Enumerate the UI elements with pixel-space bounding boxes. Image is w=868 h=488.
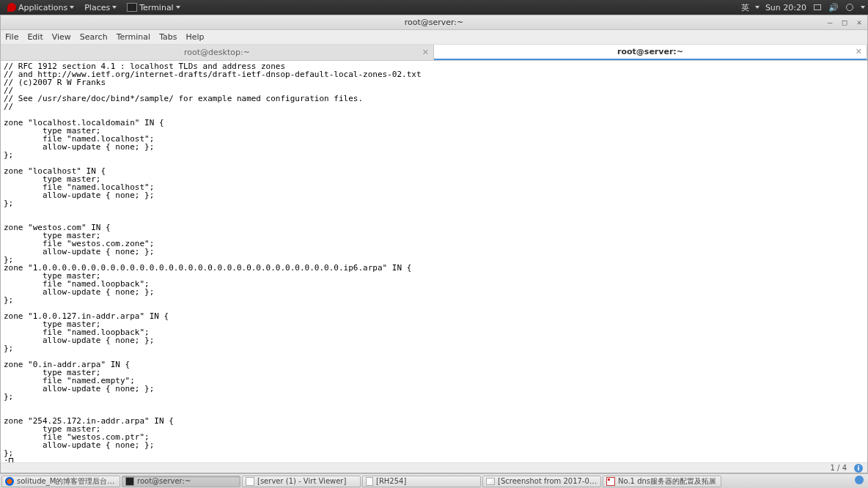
taskbar-label: [Screenshot from 2017-05-06 1... [498, 477, 597, 485]
chevron-down-icon [112, 6, 117, 9]
close-icon[interactable]: ✕ [856, 47, 862, 56]
pdf-icon [606, 477, 615, 486]
statusbar: 1 / 4 i [1, 462, 867, 473]
tab-bar: root@desktop:~ ✕ root@server:~ ✕ [1, 45, 867, 61]
close-button[interactable]: ✕ [856, 19, 863, 26]
display-icon[interactable] [812, 2, 823, 12]
taskbar-label: solitude_M的博客管理后台-51CT... [17, 476, 117, 487]
window-title: root@server:~ [405, 18, 464, 27]
menu-view[interactable]: View [52, 32, 71, 42]
chevron-down-icon [70, 6, 74, 9]
taskbar-item-virt[interactable]: [server (1) - Virt Viewer] [242, 476, 361, 487]
menu-help[interactable]: Help [186, 32, 205, 42]
window-titlebar[interactable]: root@server:~ — □ ✕ [1, 15, 867, 30]
taskbar-item-pdf[interactable]: No.1 dns服务器的配置及拓展 [603, 476, 721, 487]
terminal-app-menu[interactable]: Terminal [122, 1, 185, 14]
clock[interactable]: Sun 20:20 [765, 3, 806, 12]
info-icon[interactable]: i [854, 464, 863, 473]
redhat-icon [7, 3, 16, 12]
close-icon[interactable]: ✕ [422, 48, 429, 57]
tab-label: root@server:~ [617, 47, 683, 56]
document-icon [366, 477, 373, 486]
terminal-app-label: Terminal [139, 3, 174, 12]
taskbar-item-doc[interactable]: [RH254] [362, 476, 481, 487]
tab-label: root@desktop:~ [184, 48, 250, 57]
chevron-down-icon [755, 6, 760, 9]
taskbar-item-firefox[interactable]: solitude_M的博客管理后台-51CT... [1, 476, 120, 487]
ime-indicator[interactable]: 英 [741, 2, 749, 13]
terminal-content[interactable]: // RFC 1912 section 4.1 : localhost TLDs… [1, 61, 867, 462]
menu-tabs[interactable]: Tabs [159, 32, 177, 42]
firefox-icon [5, 477, 14, 486]
chevron-down-icon [861, 6, 865, 9]
terminal-icon [127, 3, 137, 12]
top-panel: Applications Places Terminal 英 Sun 20:20… [0, 0, 868, 15]
menubar: File Edit View Search Terminal Tabs Help [1, 30, 867, 45]
places-menu[interactable]: Places [80, 1, 121, 14]
terminal-icon [125, 477, 134, 486]
minimize-button[interactable]: — [826, 19, 834, 26]
power-icon[interactable] [845, 2, 855, 12]
menu-terminal[interactable]: Terminal [117, 32, 151, 42]
taskbar-label: [RH254] [376, 477, 406, 485]
cursor-icon [9, 458, 13, 462]
user-icon[interactable] [855, 476, 864, 484]
taskbar: solitude_M的博客管理后台-51CT... root@server:~ … [0, 473, 868, 488]
applications-label: Applications [18, 3, 67, 12]
taskbar-label: root@server:~ [137, 477, 191, 485]
terminal-window: root@server:~ — □ ✕ File Edit View Searc… [0, 15, 868, 473]
tab-desktop[interactable]: root@desktop:~ ✕ [1, 45, 434, 60]
places-label: Places [84, 3, 110, 12]
menu-file[interactable]: File [5, 32, 18, 42]
menu-edit[interactable]: Edit [27, 32, 43, 42]
status-position: 1 / 4 [831, 464, 847, 472]
taskbar-item-screenshot[interactable]: [Screenshot from 2017-05-06 1... [482, 476, 601, 487]
taskbar-item-terminal[interactable]: root@server:~ [122, 476, 240, 487]
applications-menu[interactable]: Applications [3, 1, 78, 14]
taskbar-label: No.1 dns服务器的配置及拓展 [618, 476, 716, 487]
menu-search[interactable]: Search [80, 32, 108, 42]
virt-viewer-icon [246, 477, 254, 486]
tab-server[interactable]: root@server:~ ✕ [434, 45, 867, 60]
image-icon [486, 478, 495, 485]
volume-icon[interactable]: 🔊 [828, 2, 839, 12]
maximize-button[interactable]: □ [841, 19, 848, 26]
chevron-down-icon [176, 6, 180, 9]
taskbar-label: [server (1) - Virt Viewer] [257, 477, 346, 485]
